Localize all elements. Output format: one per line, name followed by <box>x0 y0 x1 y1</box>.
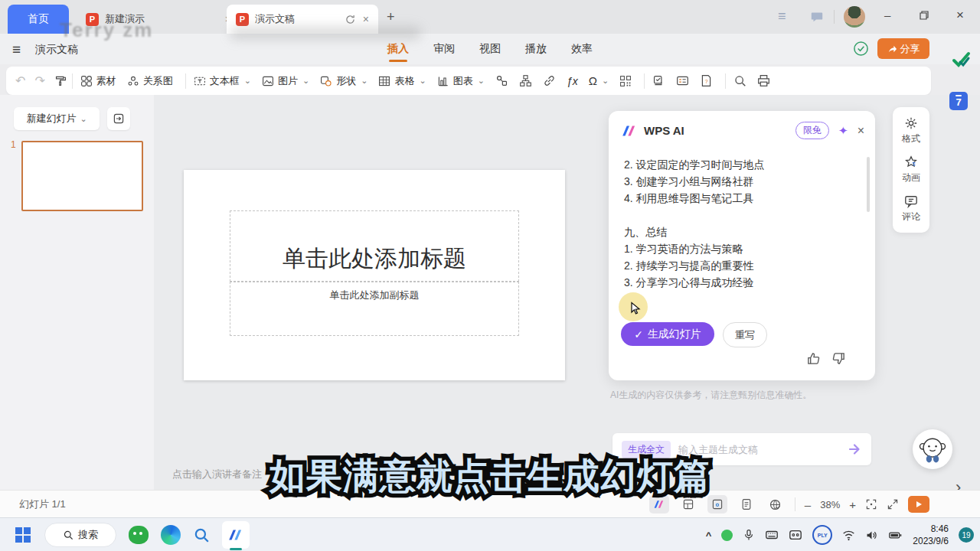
print-icon[interactable] <box>757 74 770 87</box>
search-app-icon[interactable] <box>193 527 210 543</box>
chart-button[interactable]: 图表 ⌄ <box>437 74 485 88</box>
undo-icon[interactable]: ↶ <box>15 73 25 88</box>
tab-list-icon[interactable]: ≡ <box>778 8 786 24</box>
smart-graphic-icon[interactable] <box>495 74 508 87</box>
assistant-mascot[interactable] <box>913 429 952 469</box>
battery-icon[interactable] <box>888 528 903 543</box>
shapes-button[interactable]: 形状 ⌄ <box>320 74 368 88</box>
menu-review[interactable]: 审阅 <box>433 42 455 56</box>
ai-outline-line: 3. 创建学习小组与网络社群 <box>624 175 765 192</box>
restore-button[interactable] <box>919 10 929 21</box>
fit-slide-icon[interactable] <box>865 498 877 510</box>
translate-globe-icon[interactable] <box>766 495 786 514</box>
generate-slides-button[interactable]: ✓ 生成幻灯片 <box>621 322 714 346</box>
tab-refresh-icon[interactable] <box>345 15 355 24</box>
menu-insert[interactable]: 插入 <box>387 42 409 56</box>
fullscreen-icon[interactable] <box>887 498 899 510</box>
ai-panel-close-icon[interactable]: × <box>858 124 864 138</box>
chevron-down-icon[interactable]: ⌄ <box>302 76 309 86</box>
subtitle-placeholder[interactable]: 单击此处添加副标题 <box>230 282 519 336</box>
slide-thumbnail-1[interactable] <box>21 141 143 211</box>
normal-view-icon[interactable] <box>707 495 727 514</box>
touch-keyboard-icon[interactable] <box>765 528 779 542</box>
thumbs-down-icon[interactable] <box>831 351 846 366</box>
ai-prompt-input[interactable] <box>677 443 847 456</box>
iflytek-ime-icon[interactable]: PLY <box>812 525 832 545</box>
generate-fulltext-tag[interactable]: 生成全文 <box>622 441 671 458</box>
animation-pane-button[interactable]: 动画 <box>902 155 920 184</box>
formula-icon[interactable]: ƒx <box>567 75 578 87</box>
wps-ai-statusbar-icon[interactable] <box>649 495 669 514</box>
format-pane-button[interactable]: 格式 <box>902 116 920 145</box>
import-outline-button[interactable] <box>107 107 130 130</box>
thumbs-up-icon[interactable] <box>806 351 821 366</box>
hyperlink-icon[interactable] <box>543 74 556 87</box>
play-slideshow-button[interactable] <box>908 496 929 513</box>
find-icon[interactable] <box>733 74 746 87</box>
minimize-button[interactable]: – <box>884 8 890 21</box>
materials-button[interactable]: 素材 <box>80 74 116 88</box>
menu-efficiency[interactable]: 效率 <box>571 42 593 56</box>
free-trial-badge: 限免 <box>795 122 829 139</box>
chevron-down-icon[interactable]: ⌄ <box>361 76 368 86</box>
zoom-in-button[interactable]: + <box>849 498 856 511</box>
notes-card-icon[interactable] <box>676 74 689 87</box>
ai-panel-scrollbar[interactable] <box>867 157 870 212</box>
doc-help-icon[interactable]: ? <box>700 74 713 87</box>
wechat-icon[interactable] <box>129 526 149 544</box>
edge-browser-icon[interactable] <box>161 525 181 545</box>
wps-forms-green-check-icon[interactable] <box>951 51 971 70</box>
wifi-icon[interactable] <box>842 529 855 542</box>
tray-expand-chevron[interactable]: ^ <box>706 530 712 541</box>
chevron-down-icon[interactable]: ⌄ <box>244 76 251 86</box>
taskbar-search[interactable]: 搜索 <box>44 523 116 547</box>
notification-count-badge[interactable]: 19 <box>959 527 974 543</box>
new-tab-button[interactable]: + <box>387 9 395 25</box>
speaker-notes-placeholder[interactable]: 点击输入演讲者备注 <box>172 468 262 481</box>
title-placeholder[interactable]: 单击此处添加标题 <box>230 210 519 282</box>
symbol-button[interactable]: Ω ⌄ <box>589 74 609 87</box>
menu-view[interactable]: 视图 <box>479 42 501 56</box>
volume-icon[interactable] <box>865 529 878 542</box>
ai-prompt-bar[interactable]: 生成全文 <box>612 433 871 465</box>
stamp-approve-icon[interactable] <box>652 74 665 87</box>
share-button[interactable]: 分享 <box>877 38 929 59</box>
message-bubble-icon[interactable] <box>810 10 824 24</box>
format-painter-icon[interactable] <box>54 74 67 87</box>
redo-icon[interactable]: ↷ <box>34 73 44 88</box>
rewrite-button[interactable]: 重写 <box>723 322 767 347</box>
comments-pane-button[interactable]: 评论 <box>902 194 920 223</box>
wps-office-taskbar-icon[interactable] <box>222 521 250 549</box>
chevron-down-icon[interactable]: ⌄ <box>478 76 485 86</box>
microphone-icon[interactable] <box>743 529 755 541</box>
tab-close-icon[interactable]: × <box>363 13 369 25</box>
zoom-level[interactable]: 38% <box>820 499 840 510</box>
format-label: 格式 <box>902 132 920 145</box>
zoom-out-button[interactable]: – <box>805 498 811 511</box>
cloud-sync-icon[interactable] <box>853 41 869 57</box>
taskbar-clock[interactable]: 8:46 2023/9/6 <box>913 523 949 547</box>
textbox-button[interactable]: 文本框 ⌄ <box>194 74 251 88</box>
slide-sorter-view-icon[interactable] <box>678 495 698 514</box>
org-chart-icon[interactable] <box>519 74 532 87</box>
user-avatar[interactable] <box>844 6 865 28</box>
slide-canvas[interactable]: 单击此处添加标题 单击此处添加副标题 <box>184 170 565 380</box>
chevron-down-icon[interactable]: ⌄ <box>602 76 609 86</box>
notes-view-icon[interactable] <box>737 495 756 514</box>
calendar-widget-icon[interactable]: 7 <box>949 92 968 110</box>
menu-slideshow[interactable]: 播放 <box>525 42 547 56</box>
main-menu-icon[interactable]: ≡ <box>12 41 21 58</box>
magic-sparkle-icon[interactable]: ✦ <box>838 124 848 138</box>
ime-icon[interactable] <box>789 528 802 542</box>
start-button[interactable] <box>14 526 32 544</box>
ai-panel-title: WPS AI <box>644 124 684 137</box>
send-icon[interactable] <box>847 442 862 457</box>
relationship-diagram-button[interactable]: 关系图 <box>127 74 173 88</box>
qr-code-icon[interactable] <box>619 75 632 87</box>
chevron-down-icon[interactable]: ⌄ <box>419 76 426 86</box>
table-button[interactable]: 表格 ⌄ <box>378 74 426 88</box>
close-button[interactable]: × <box>956 8 964 23</box>
wechat-tray-icon[interactable] <box>721 530 733 541</box>
picture-button[interactable]: 图片 ⌄ <box>262 74 309 88</box>
new-slide-button[interactable]: 新建幻灯片 ⌄ <box>14 107 100 130</box>
